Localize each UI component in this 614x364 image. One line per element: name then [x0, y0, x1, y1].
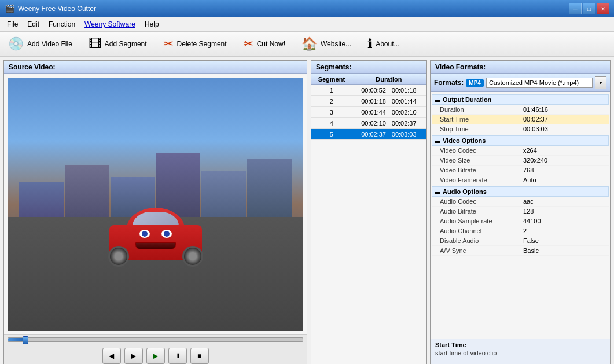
- delete-segment-icon: ✂: [163, 38, 174, 50]
- prop-row[interactable]: Disable AudioFalse: [432, 236, 609, 246]
- progress-thumb[interactable]: [23, 336, 28, 344]
- prop-row[interactable]: A/V SyncBasic: [432, 246, 609, 256]
- prop-row[interactable]: Video Codecx264: [432, 146, 609, 156]
- prop-row[interactable]: Audio Codecaac: [432, 197, 609, 207]
- add-video-button[interactable]: 💿 Add Video File: [5, 35, 76, 53]
- prop-value: 00:03:03: [523, 126, 606, 133]
- window-title: Weeny Free Video Cutter: [18, 5, 565, 13]
- car-pupil-right: [164, 231, 170, 237]
- add-segment-icon: 🎞: [89, 38, 101, 50]
- collapse-icon: ▬: [435, 189, 440, 195]
- video-frame: [8, 78, 303, 331]
- prop-key: Audio Codec: [440, 198, 523, 205]
- play-button[interactable]: ▶: [146, 348, 165, 364]
- prop-key: Audio Sample rate: [440, 218, 523, 225]
- prop-row[interactable]: Audio Channel2: [432, 226, 609, 236]
- minimize-button[interactable]: ─: [569, 3, 582, 14]
- source-panel-title: Source Video:: [4, 61, 307, 74]
- table-row[interactable]: 500:02:37 - 00:03:03: [311, 129, 426, 140]
- toolbar: 💿 Add Video File 🎞 Add Segment ✂ Delete …: [0, 32, 614, 57]
- source-panel: Source Video:: [3, 60, 307, 364]
- prop-value: 2: [523, 227, 606, 234]
- car-wheel-right: [182, 246, 203, 267]
- prop-row[interactable]: Duration01:46:16: [432, 105, 609, 115]
- prop-row[interactable]: Audio Bitrate128: [432, 207, 609, 216]
- prop-section-header[interactable]: ▬Video Options: [432, 135, 609, 146]
- prop-key: Video Framerate: [440, 177, 523, 183]
- progress-bar[interactable]: [8, 337, 303, 342]
- playback-controls: ◀ ▶ ▶ ⏸ ■: [4, 344, 307, 364]
- menu-weeny-software[interactable]: Weeny Software: [80, 19, 140, 30]
- table-row[interactable]: 300:01:44 - 00:02:10: [311, 107, 426, 118]
- pause-button[interactable]: ⏸: [168, 348, 187, 364]
- section-name: Audio Options: [443, 188, 487, 195]
- prop-section-header[interactable]: ▬Audio Options: [432, 186, 609, 197]
- prop-row[interactable]: Video FramerateAuto: [432, 175, 609, 185]
- prop-value: 01:46:16: [523, 106, 606, 113]
- col-segment: Segment: [311, 74, 352, 85]
- prop-value: 768: [523, 167, 606, 174]
- prev-button[interactable]: ◀: [102, 348, 121, 364]
- prop-value: False: [523, 237, 606, 244]
- video-display: [8, 78, 303, 331]
- add-segment-button[interactable]: 🎞 Add Segment: [85, 35, 150, 53]
- prop-row[interactable]: Audio Sample rate44100: [432, 216, 609, 226]
- about-button[interactable]: ℹ About...: [364, 35, 403, 53]
- formats-panel-title: Video Formats:: [431, 61, 610, 74]
- prop-value: x264: [523, 147, 606, 154]
- cut-now-label: Cut Now!: [257, 40, 285, 48]
- segment-id: 1: [311, 85, 352, 96]
- properties-tree: ▬Output DurationDuration01:46:16Start Ti…: [431, 92, 610, 339]
- segment-id: 3: [311, 107, 352, 118]
- website-icon: 🏠: [302, 38, 317, 50]
- status-area: Start Time start time of video clip: [431, 339, 610, 364]
- cut-now-button[interactable]: ✂ Cut Now!: [240, 35, 289, 53]
- collapse-icon: ▬: [435, 97, 440, 103]
- table-row[interactable]: 400:02:10 - 00:02:37: [311, 118, 426, 129]
- formats-header: Formats: MP4 Customized MP4 Movie (*.mp4…: [431, 74, 610, 92]
- segments-table: Segment Duration 100:00:52 - 00:01:18200…: [311, 74, 426, 140]
- prop-key: Audio Bitrate: [440, 208, 523, 215]
- delete-segment-button[interactable]: ✂ Delete Segment: [160, 35, 230, 53]
- car-eye-right: [161, 230, 172, 238]
- prop-value: Auto: [523, 177, 606, 183]
- prop-key: A/V Sync: [440, 247, 523, 254]
- col-duration: Duration: [352, 74, 426, 85]
- prop-value: 320x240: [523, 157, 606, 164]
- formats-dropdown[interactable]: Customized MP4 Movie (*.mp4): [486, 78, 593, 88]
- window-controls: ─ □ ✕: [569, 3, 609, 14]
- status-description: start time of video clip: [435, 350, 605, 356]
- menu-function[interactable]: Function: [44, 19, 80, 30]
- prop-row[interactable]: Stop Time00:03:03: [432, 124, 609, 134]
- add-segment-label: Add Segment: [105, 40, 147, 48]
- prop-row[interactable]: Video Bitrate768: [432, 166, 609, 175]
- prop-row[interactable]: Video Size320x240: [432, 156, 609, 166]
- segment-duration: 00:01:44 - 00:02:10: [352, 107, 426, 118]
- formats-label: Formats:: [434, 79, 464, 87]
- close-button[interactable]: ✕: [597, 3, 609, 14]
- prop-section-header[interactable]: ▬Output Duration: [432, 94, 609, 105]
- website-button[interactable]: 🏠 Website...: [298, 35, 355, 53]
- prop-row[interactable]: Start Time00:02:37: [432, 115, 609, 124]
- segment-id: 5: [311, 129, 352, 140]
- table-row[interactable]: 100:00:52 - 00:01:18: [311, 85, 426, 96]
- car-wheel-left: [108, 246, 129, 267]
- segment-duration: 00:00:52 - 00:01:18: [352, 85, 426, 96]
- maximize-button[interactable]: □: [583, 3, 595, 14]
- progress-area: [4, 334, 307, 344]
- stop-button[interactable]: ■: [190, 348, 209, 364]
- segment-id: 4: [311, 118, 352, 129]
- prop-key: Video Codec: [440, 147, 523, 154]
- menu-help[interactable]: Help: [140, 19, 164, 30]
- menu-edit[interactable]: Edit: [23, 19, 44, 30]
- menu-file[interactable]: File: [2, 19, 23, 30]
- progress-fill: [8, 338, 26, 341]
- formats-dropdown-arrow[interactable]: ▼: [595, 76, 606, 89]
- car-eye-left: [139, 230, 150, 238]
- about-icon: ℹ: [367, 38, 372, 50]
- next-button[interactable]: ▶: [124, 348, 143, 364]
- segment-duration: 00:02:37 - 00:03:03: [352, 129, 426, 140]
- table-row[interactable]: 200:01:18 - 00:01:44: [311, 96, 426, 107]
- prop-key: Stop Time: [440, 126, 523, 133]
- buildings: [8, 78, 303, 217]
